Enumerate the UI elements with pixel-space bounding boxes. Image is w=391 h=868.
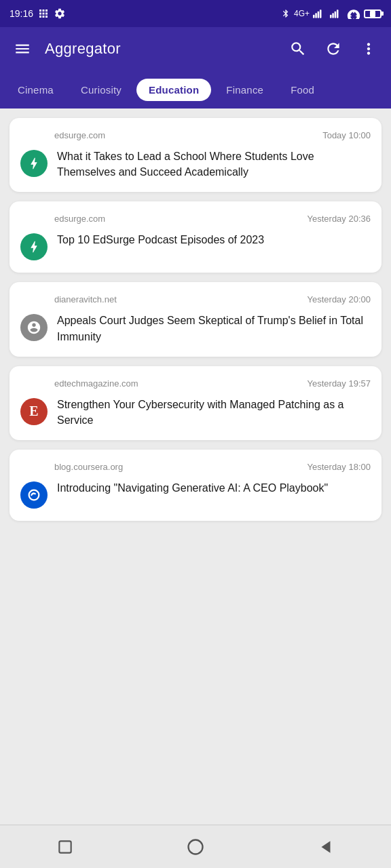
tab-bar: Cinema Curiosity Education Finance Food [0, 71, 391, 108]
bottom-nav [0, 825, 391, 868]
svg-rect-6 [335, 12, 337, 18]
card-source-1: edsurge.com [54, 130, 105, 140]
card-source-2: edsurge.com [54, 214, 105, 224]
card-meta-3: dianeravitch.net Yesterday 20:00 [20, 294, 371, 304]
svg-rect-2 [318, 12, 320, 18]
card-title-2: Top 10 EdSurge Podcast Episodes of 2023 [57, 232, 264, 248]
article-card-3[interactable]: dianeravitch.net Yesterday 20:00 Appeals… [10, 282, 381, 356]
status-bar: 19:16 4G+ [0, 0, 391, 27]
tab-cinema[interactable]: Cinema [5, 79, 66, 101]
circle-icon [186, 837, 205, 856]
status-time: 19:16 [10, 8, 33, 19]
card-body-5: Introducing "Navigating Generative AI: A… [20, 480, 371, 509]
card-title-1: What it Takes to Lead a School Where Stu… [57, 149, 371, 180]
bluetooth-icon [281, 7, 291, 20]
card-time-5: Yesterday 18:00 [308, 462, 371, 472]
status-right: 4G+ [281, 7, 381, 20]
refresh-button[interactable] [322, 37, 345, 60]
signal2-icon [330, 8, 343, 19]
article-card-4[interactable]: edtechmagazine.com Yesterday 19:57 E Str… [10, 366, 381, 440]
search-icon [289, 40, 307, 58]
news-list: edsurge.com Today 10:00 What it Takes to… [0, 108, 391, 825]
recent-apps-button[interactable] [45, 832, 86, 862]
menu-icon [14, 40, 31, 58]
card-source-5: blog.coursera.org [54, 462, 123, 472]
article-card-1[interactable]: edsurge.com Today 10:00 What it Takes to… [10, 118, 381, 192]
app-bar: Aggregator [0, 27, 391, 71]
card-logo-5 [20, 481, 48, 509]
more-icon [360, 40, 377, 58]
svg-marker-11 [322, 841, 331, 852]
card-title-3: Appeals Court Judges Seem Skeptical of T… [57, 313, 371, 344]
svg-rect-3 [320, 9, 322, 18]
search-button[interactable] [286, 37, 310, 60]
article-card-2[interactable]: edsurge.com Yesterday 20:36 Top 10 EdSur… [10, 201, 381, 273]
svg-point-8 [29, 490, 39, 500]
card-logo-2 [20, 233, 48, 260]
svg-rect-9 [59, 841, 71, 852]
card-body-4: E Strengthen Your Cybersecurity with Man… [20, 397, 371, 428]
card-source-3: dianeravitch.net [54, 294, 117, 304]
card-time-3: Yesterday 20:00 [308, 294, 371, 304]
tab-curiosity[interactable]: Curiosity [69, 79, 134, 101]
card-meta-5: blog.coursera.org Yesterday 18:00 [20, 462, 371, 472]
tab-finance[interactable]: Finance [214, 79, 276, 101]
svg-rect-4 [330, 15, 332, 18]
card-meta-2: edsurge.com Yesterday 20:36 [20, 214, 371, 224]
card-title-5: Introducing "Navigating Generative AI: A… [57, 480, 328, 496]
card-time-1: Today 10:00 [322, 130, 371, 140]
vpn-icon [347, 8, 360, 19]
triangle-icon [317, 838, 335, 856]
refresh-icon [324, 40, 342, 58]
svg-rect-1 [315, 13, 317, 18]
menu-button[interactable] [11, 37, 34, 60]
card-logo-3 [20, 314, 48, 341]
card-body-1: What it Takes to Lead a School Where Stu… [20, 149, 371, 180]
network-indicator: 4G+ [294, 9, 310, 18]
tab-education[interactable]: Education [136, 79, 211, 101]
card-logo-1 [20, 150, 48, 177]
card-title-4: Strengthen Your Cybersecurity with Manag… [57, 397, 371, 428]
tab-food[interactable]: Food [278, 79, 327, 101]
app-title: Aggregator [45, 40, 276, 58]
card-source-4: edtechmagazine.com [54, 378, 138, 389]
card-meta-1: edsurge.com Today 10:00 [20, 130, 371, 140]
card-body-3: Appeals Court Judges Seem Skeptical of T… [20, 313, 371, 344]
app-bar-icons [286, 37, 380, 60]
status-left: 19:16 [10, 7, 66, 20]
back-button[interactable] [305, 832, 346, 862]
battery-icon [364, 9, 381, 18]
card-logo-4: E [20, 398, 48, 425]
card-body-2: Top 10 EdSurge Podcast Episodes of 2023 [20, 232, 371, 260]
home-button[interactable] [175, 832, 216, 862]
svg-point-10 [189, 840, 203, 854]
card-time-4: Yesterday 19:57 [308, 378, 371, 389]
notification-icon [37, 7, 50, 20]
article-card-5[interactable]: blog.coursera.org Yesterday 18:00 Introd… [10, 450, 381, 521]
card-meta-4: edtechmagazine.com Yesterday 19:57 [20, 378, 371, 389]
card-time-2: Yesterday 20:36 [308, 214, 371, 224]
svg-rect-0 [313, 15, 315, 18]
settings-icon [54, 7, 66, 20]
svg-rect-5 [332, 13, 334, 18]
svg-rect-7 [337, 9, 339, 18]
square-icon [56, 838, 74, 856]
more-button[interactable] [357, 37, 380, 60]
signal-icon [313, 8, 327, 19]
